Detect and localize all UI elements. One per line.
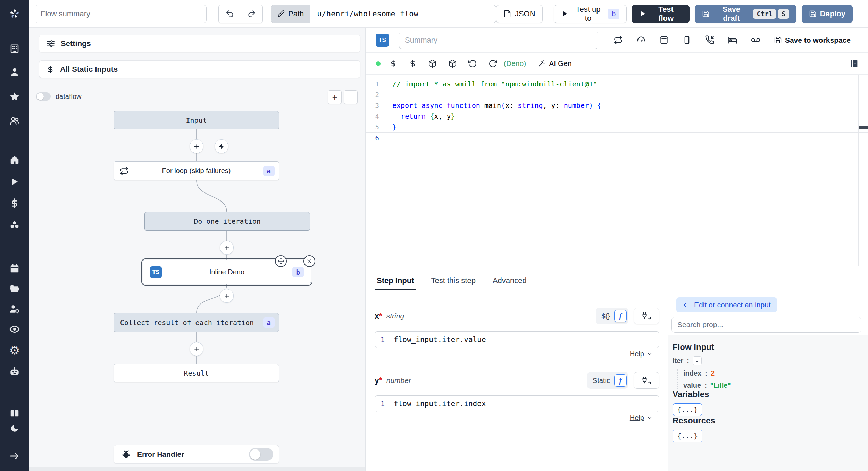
prop-key[interactable]: iter — [673, 357, 683, 365]
x-input-mode-toggle[interactable]: ${} f — [596, 308, 628, 324]
move-step-handle[interactable] — [275, 255, 287, 267]
x-expression-value: flow_input.iter.value — [394, 335, 486, 344]
prop-key[interactable]: value — [683, 382, 701, 389]
editor-scrollbar-handle[interactable] — [859, 126, 868, 129]
x-mode-template-option[interactable]: ${} — [598, 312, 614, 320]
node-collect-result[interactable]: Collect result of each iteration a — [114, 313, 279, 332]
zoom-out-button[interactable]: − — [344, 90, 358, 104]
docs-book-icon[interactable] — [850, 59, 859, 68]
prop-index-row[interactable]: index : 2 — [683, 369, 868, 377]
code-token: main — [480, 101, 501, 110]
node-input[interactable]: Input — [114, 111, 279, 129]
variables-expand-button[interactable]: {...} — [673, 403, 702, 416]
user-icon[interactable] — [8, 66, 21, 78]
groups-icon[interactable] — [8, 114, 21, 127]
variables-icon[interactable] — [8, 197, 21, 209]
step-summary-input[interactable] — [399, 32, 598, 49]
collapse-sidebar-arrow-icon[interactable] — [8, 450, 21, 462]
error-handler-toggle[interactable] — [249, 448, 273, 461]
windmill-logo[interactable] — [8, 8, 21, 20]
workers-icon[interactable] — [8, 303, 21, 315]
docs-book-icon[interactable] — [8, 407, 21, 420]
search-prop-input[interactable] — [671, 317, 861, 333]
add-step-button[interactable] — [220, 289, 234, 303]
retries-repeat-icon[interactable] — [614, 35, 623, 45]
deploy-button[interactable]: Deploy — [802, 5, 853, 23]
folders-icon[interactable] — [8, 283, 21, 295]
tab-step-input[interactable]: Step Input — [375, 271, 416, 290]
x-mode-javascript-option[interactable]: f — [614, 310, 627, 322]
x-help-link[interactable]: Help — [630, 350, 653, 358]
robot-icon[interactable] — [8, 365, 21, 378]
zoom-in-button[interactable]: + — [328, 90, 342, 104]
dataflow-toggle[interactable] — [36, 92, 51, 101]
y-help-link[interactable]: Help — [630, 414, 653, 422]
tab-test-this-step[interactable]: Test this step — [429, 271, 478, 290]
prop-key[interactable]: index — [683, 369, 701, 377]
add-step-button[interactable] — [190, 342, 203, 356]
redo-button[interactable] — [241, 5, 262, 23]
sleep-bed-icon[interactable] — [728, 35, 737, 45]
dark-mode-moon-icon[interactable] — [8, 422, 21, 435]
trigger-zap-button[interactable] — [215, 139, 228, 153]
all-static-inputs-card[interactable]: All Static Inputs — [39, 60, 360, 78]
code-token: { — [430, 112, 434, 120]
save-icon — [774, 36, 782, 44]
package-icon[interactable] — [448, 59, 457, 68]
settings-gear-icon[interactable]: ⚙ — [8, 344, 21, 357]
y-connect-input-button[interactable] — [634, 372, 659, 389]
path-value[interactable]: u/henri/wholesome_flow — [310, 5, 496, 23]
runs-icon[interactable] — [8, 175, 21, 188]
reset-rotate-ccw-icon[interactable] — [468, 59, 477, 68]
home-icon[interactable] — [8, 154, 21, 166]
schedules-icon[interactable] — [8, 262, 21, 275]
suspend-phone-icon[interactable] — [705, 35, 715, 45]
workspace-icon[interactable] — [8, 43, 21, 55]
line-number: 3 — [371, 100, 379, 111]
node-inline-deno-selected[interactable]: TS Inline Deno b — [143, 260, 311, 284]
prop-value-row[interactable]: value : "Lille" — [683, 382, 868, 389]
test-flow-button[interactable]: Test flow — [632, 5, 690, 23]
concurrency-gauge-icon[interactable] — [636, 35, 646, 45]
audit-eye-icon[interactable] — [8, 323, 21, 335]
edit-or-connect-pill[interactable]: Edit or connect an input — [676, 297, 777, 312]
star-icon[interactable] — [8, 90, 21, 103]
tab-advanced[interactable]: Advanced — [491, 271, 529, 290]
delete-step-button[interactable] — [303, 255, 315, 267]
y-input-mode-toggle[interactable]: Static f — [587, 372, 628, 389]
refresh-icon[interactable] — [489, 59, 497, 68]
x-expression-input[interactable]: 1 flow_input.iter.value — [375, 331, 659, 348]
resources-expand-button[interactable]: {...} — [673, 430, 702, 442]
resource-dollar-icon[interactable] — [409, 60, 417, 68]
path-field[interactable]: Path u/henri/wholesome_flow — [271, 5, 496, 23]
test-up-to-button[interactable]: Test up to b — [554, 5, 627, 23]
y-expression-input[interactable]: 1 flow_input.iter.index — [375, 395, 659, 412]
cache-database-icon[interactable] — [659, 35, 669, 45]
node-result[interactable]: Result — [114, 364, 279, 382]
flow-summary-input[interactable] — [35, 5, 207, 23]
save-draft-button[interactable]: Save draft CtrlS — [695, 5, 796, 23]
save-to-workspace-button[interactable]: Save to workspace — [774, 36, 851, 44]
node-do-one-iteration[interactable]: Do one iteration — [144, 212, 310, 231]
add-step-button[interactable] — [220, 241, 234, 255]
ai-gen-button[interactable]: AI Gen — [537, 59, 571, 68]
editor-toolbar: (Deno) AI Gen — [366, 53, 868, 75]
y-mode-static-option[interactable]: Static — [589, 377, 614, 385]
resources-icon[interactable] — [8, 219, 21, 232]
prop-iter-row[interactable]: iter : - — [673, 356, 868, 365]
flow-settings-card[interactable]: Settings — [39, 35, 360, 52]
collapse-button[interactable]: - — [693, 356, 702, 365]
add-step-button[interactable] — [190, 139, 203, 153]
undo-button[interactable] — [219, 5, 241, 23]
package-icon[interactable] — [428, 59, 437, 68]
code-area[interactable]: 1// import * as wmill from "npm:windmill… — [366, 75, 868, 266]
json-button[interactable]: JSON — [496, 5, 543, 23]
x-connect-input-button[interactable] — [634, 308, 659, 324]
node-for-loop[interactable]: For loop (skip failures) a — [114, 161, 279, 180]
voicemail-icon[interactable] — [751, 35, 760, 45]
sidebar-divider — [0, 445, 29, 445]
node-for-loop-label: For loop (skip failures) — [162, 167, 231, 175]
y-mode-javascript-option[interactable]: f — [614, 374, 627, 387]
timeout-smartphone-icon[interactable] — [682, 35, 692, 45]
variable-dollar-icon[interactable] — [389, 60, 397, 68]
